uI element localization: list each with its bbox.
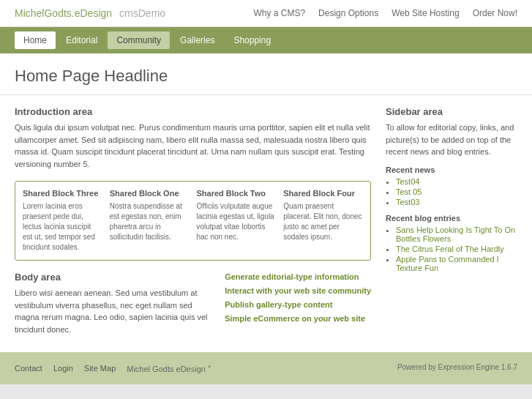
body-link-list: Generate editorial-type information Inte… [225,272,371,324]
blog-link-2[interactable]: The Citrus Feral of The Hardly [396,245,504,253]
body-link-2[interactable]: Interact with your web site community [225,286,371,295]
nav-design-options[interactable]: Design Options [318,8,378,18]
list-item: Publish gallery-type content [225,299,371,310]
logo: MichelGodts.eDesign cmsDemo [15,7,165,19]
nav-community[interactable]: Community [108,31,170,49]
news-link-3[interactable]: Test03 [396,198,419,206]
shared-block-four: Shared Block Four Quam praesent placerat… [283,189,363,253]
news-link-2[interactable]: Test 05 [396,187,422,196]
body-link-1[interactable]: Generate editorial-type information [225,272,359,281]
footer-contact[interactable]: Contact [15,364,42,373]
shared-block-three: Shared Block Three Lorem lacinia eros pr… [23,189,102,253]
sidebar-description: To allow for editorial copy, links, and … [386,122,517,158]
sidebar: Sidebar area To allow for editorial copy… [386,106,517,341]
list-item: Apple Pans to Commanded I Texture Fun [396,255,517,272]
list-item: Simple eCommerce on your web site [225,313,371,324]
body-text: Body area Libero wisi aenean aenean. Sed… [15,272,214,341]
footer-powered-by: Powered by Expression Engine 1.6.7 [397,363,517,371]
footer-brand: Michel Godts eDesign ♦ [127,363,211,373]
intro-text: Quis ligula dui ipsum volutpat nec. Puru… [15,122,371,170]
intro-heading: Introduction area [15,106,371,117]
recent-blog-list: Sans Help Looking Is Tight To On Bottles… [386,225,517,272]
main-navigation: Home Editorial Community Galleries Shopp… [0,27,532,53]
content-wrapper: Introduction area Quis ligula dui ipsum … [0,95,532,352]
list-item: Test03 [396,198,517,206]
body-heading: Body area [15,272,214,283]
list-item: Interact with your web site community [225,286,371,296]
shared-block-two: Shared Block Two Officiis vulputate augu… [197,189,277,253]
top-navigation: Why a CMS? Design Options Web Site Hosti… [253,8,517,18]
page-headline: Home Page Headline [15,67,517,86]
main-area: Home Page Headline Introduction area Qui… [0,53,532,352]
list-item: Test 05 [396,187,517,196]
recent-blog-heading: Recent blog entries [386,214,517,223]
shared-block-one: Shared Block One Nostra suspendisse at e… [110,189,190,253]
blog-link-1[interactable]: Sans Help Looking Is Tight To On Bottles… [396,225,515,243]
intro-area: Introduction area Quis ligula dui ipsum … [15,106,371,170]
list-item: Sans Help Looking Is Tight To On Bottles… [396,225,517,243]
nav-home[interactable]: Home [15,31,56,49]
blog-link-3[interactable]: Apple Pans to Commanded I Texture Fun [396,255,499,272]
main-column: Introduction area Quis ligula dui ipsum … [15,106,371,341]
shared-block-four-text: Quam praesent placerat. Elit non, donec … [283,201,363,242]
shared-block-three-text: Lorem lacinia eros praesent pede dui, le… [23,201,102,253]
body-link-3[interactable]: Publish gallery-type content [225,300,332,309]
body-link-4[interactable]: Simple eCommerce on your web site [225,314,365,323]
footer-sitemap[interactable]: Site Map [84,364,116,373]
nav-galleries[interactable]: Galleries [171,31,223,49]
shared-block-one-heading: Shared Block One [110,189,190,198]
nav-shopping[interactable]: Shopping [225,31,280,49]
shared-block-one-text: Nostra suspendisse at est egestas non, e… [110,201,190,242]
body-links: Generate editorial-type information Inte… [225,272,371,341]
list-item: Test04 [396,177,517,186]
footer: Contact Login Site Map Michel Godts eDes… [0,352,532,384]
nav-editorial[interactable]: Editorial [57,31,106,49]
footer-links: Contact Login Site Map Michel Godts eDes… [15,363,211,373]
nav-hosting[interactable]: Web Site Hosting [391,8,460,18]
shared-block-four-heading: Shared Block Four [283,189,363,198]
shared-block-two-text: Officiis vulputate augue lacinia egestas… [197,201,277,242]
news-link-1[interactable]: Test04 [396,177,419,186]
shared-block-two-heading: Shared Block Two [197,189,277,198]
header: MichelGodts.eDesign cmsDemo Why a CMS? D… [0,0,532,27]
sidebar-heading: Sidebar area [386,106,517,117]
brand-name: MichelGodts.eDesign [15,7,112,19]
body-area: Body area Libero wisi aenean aenean. Sed… [15,272,371,341]
footer-login[interactable]: Login [53,364,73,373]
cms-name: cmsDemo [119,7,165,19]
recent-news-heading: Recent news [386,165,517,174]
page-title-section: Home Page Headline [0,53,532,95]
shared-block-three-heading: Shared Block Three [23,189,102,198]
body-paragraph: Libero wisi aenean aenean. Sed uma vesti… [15,287,214,335]
nav-order[interactable]: Order Now! [473,8,517,18]
nav-why-cms[interactable]: Why a CMS? [253,8,305,18]
list-item: Generate editorial-type information [225,272,371,282]
shared-blocks-container: Shared Block Three Lorem lacinia eros pr… [15,181,371,261]
recent-news-list: Test04 Test 05 Test03 [386,177,517,206]
powered-by-text: Powered by Expression Engine 1.6.7 [397,363,517,371]
list-item: The Citrus Feral of The Hardly [396,245,517,253]
